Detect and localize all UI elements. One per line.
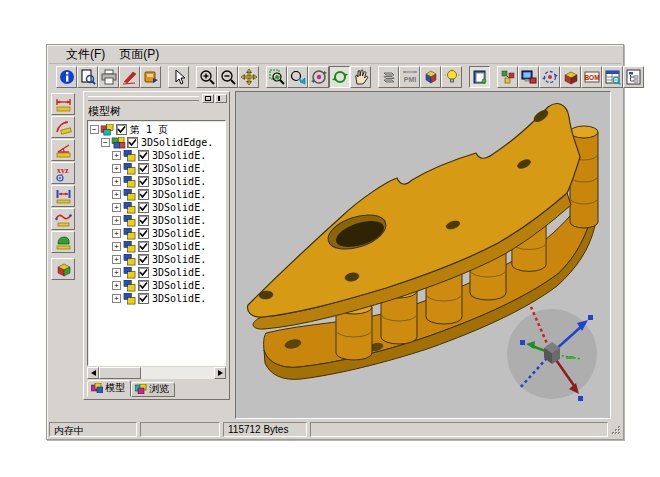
tree-item-part[interactable]: + 3DSolidE.: [90, 149, 225, 162]
info-button[interactable]: [56, 66, 77, 88]
status-cell-state: 内存中: [49, 422, 137, 437]
tree-item-part[interactable]: + 3DSolidE.: [90, 201, 225, 214]
print-button[interactable]: [98, 66, 119, 88]
tree-item-page[interactable]: − 第 1 页: [90, 123, 225, 136]
tree-item-part[interactable]: + 3DSolidE.: [90, 266, 225, 279]
bom-button[interactable]: BOM: [581, 66, 602, 88]
tree-item-part[interactable]: + 3DSolidE.: [90, 253, 225, 266]
checkbox-checked[interactable]: [138, 267, 149, 278]
checkbox-checked[interactable]: [138, 228, 149, 239]
expand-icon[interactable]: +: [112, 203, 121, 212]
pmi-button[interactable]: PMI: [399, 66, 420, 88]
model-tree[interactable]: − 第 1 页 − 3DSolidEdge. + 3DSolidE.: [87, 120, 226, 366]
scroll-left-button[interactable]: [87, 367, 99, 379]
dim-volume-button[interactable]: [51, 258, 75, 280]
zoom-in-button[interactable]: [196, 66, 217, 88]
tree-view-button[interactable]: [623, 66, 644, 88]
part-icon: [122, 254, 137, 266]
zoom-in-icon: [199, 69, 215, 85]
dim-angle-button[interactable]: [51, 139, 75, 161]
expand-icon[interactable]: +: [112, 268, 121, 277]
markup-pen-button[interactable]: [119, 66, 140, 88]
checkbox-checked[interactable]: [138, 176, 149, 187]
zoom-window-button[interactable]: [266, 66, 287, 88]
expand-icon[interactable]: +: [112, 177, 121, 186]
tree-item-assembly[interactable]: − 3DSolidEdge.: [90, 136, 225, 149]
checkbox-checked[interactable]: [138, 254, 149, 265]
tree-item-part[interactable]: + 3DSolidE.: [90, 279, 225, 292]
expand-icon[interactable]: +: [112, 281, 121, 290]
dim-radius-button[interactable]: [51, 116, 75, 138]
viewport-canvas[interactable]: [236, 92, 610, 418]
workstation-button[interactable]: [518, 66, 539, 88]
collapse-icon[interactable]: −: [90, 125, 99, 134]
expand-icon[interactable]: +: [112, 190, 121, 199]
checkbox-checked[interactable]: [138, 241, 149, 252]
view-cube-button[interactable]: [420, 66, 441, 88]
expand-icon[interactable]: +: [112, 164, 121, 173]
checkbox-checked[interactable]: [138, 150, 149, 161]
float-panel-button[interactable]: [202, 94, 214, 103]
expand-icon[interactable]: +: [112, 294, 121, 303]
zoom-out-button[interactable]: [217, 66, 238, 88]
notebook-panel-button[interactable]: [469, 66, 490, 88]
tree-item-part[interactable]: + 3DSolidE.: [90, 175, 225, 188]
checkbox-checked[interactable]: [116, 124, 127, 135]
hand-pan-button[interactable]: [350, 66, 371, 88]
main-toolbar: PMI BOM: [49, 63, 621, 90]
pan-button[interactable]: [238, 66, 259, 88]
checkbox-checked[interactable]: [138, 163, 149, 174]
light-button[interactable]: [441, 66, 462, 88]
dim-coordinate-button[interactable]: xyz: [51, 162, 75, 184]
tree-item-part[interactable]: + 3DSolidE.: [90, 292, 225, 305]
hide-panel-button[interactable]: [215, 94, 227, 103]
export-button[interactable]: [140, 66, 161, 88]
checkbox-checked[interactable]: [138, 189, 149, 200]
scrollbar-thumb[interactable]: [99, 367, 141, 379]
orientation-trackball[interactable]: [507, 307, 597, 401]
rotate-center-button[interactable]: [539, 66, 560, 88]
tree-item-part[interactable]: + 3DSolidE.: [90, 162, 225, 175]
expand-icon[interactable]: +: [112, 242, 121, 251]
select-cursor-button[interactable]: [168, 66, 189, 88]
rotate-view-icon: [311, 69, 327, 85]
expand-icon[interactable]: +: [112, 216, 121, 225]
resize-grip[interactable]: [611, 423, 621, 435]
checkbox-checked[interactable]: [138, 280, 149, 291]
print-preview-button[interactable]: [77, 66, 98, 88]
tab-model[interactable]: 模型: [87, 380, 131, 397]
expand-icon[interactable]: +: [112, 255, 121, 264]
tree-item-part[interactable]: + 3DSolidE.: [90, 227, 225, 240]
panel-grip[interactable]: [88, 96, 199, 101]
checkbox-checked[interactable]: [138, 293, 149, 304]
tab-browse[interactable]: 浏览: [131, 382, 175, 397]
dim-area-button[interactable]: [51, 231, 75, 253]
dim-distance-button[interactable]: [51, 185, 75, 207]
tree-item-label: 3DSolidE.: [152, 241, 206, 252]
menu-file[interactable]: 文件(F): [59, 45, 112, 64]
tree-horizontal-scrollbar[interactable]: [87, 367, 226, 379]
tree-item-part[interactable]: + 3DSolidE.: [90, 188, 225, 201]
expand-icon[interactable]: +: [112, 151, 121, 160]
table-view-button[interactable]: [602, 66, 623, 88]
spin-view-button[interactable]: [329, 66, 350, 88]
checkbox-checked[interactable]: [138, 202, 149, 213]
layers-button[interactable]: [378, 66, 399, 88]
parts-explode-button[interactable]: [497, 66, 518, 88]
dim-horizontal-button[interactable]: [51, 93, 75, 115]
scroll-right-button[interactable]: [214, 367, 226, 379]
rotate-view-button[interactable]: [308, 66, 329, 88]
dynamic-zoom-button[interactable]: [287, 66, 308, 88]
tree-item-part[interactable]: + 3DSolidE.: [90, 214, 225, 227]
checkbox-checked[interactable]: [127, 137, 138, 148]
solid-box-button[interactable]: [560, 66, 581, 88]
viewport-3d[interactable]: [235, 91, 611, 419]
part-icon: [122, 215, 137, 227]
checkbox-checked[interactable]: [138, 215, 149, 226]
scrollbar-track[interactable]: [141, 367, 214, 379]
tree-item-part[interactable]: + 3DSolidE.: [90, 240, 225, 253]
dim-curve-button[interactable]: [51, 208, 75, 230]
menu-page[interactable]: 页面(P): [112, 45, 166, 64]
expand-icon[interactable]: +: [112, 229, 121, 238]
collapse-icon[interactable]: −: [101, 138, 110, 147]
